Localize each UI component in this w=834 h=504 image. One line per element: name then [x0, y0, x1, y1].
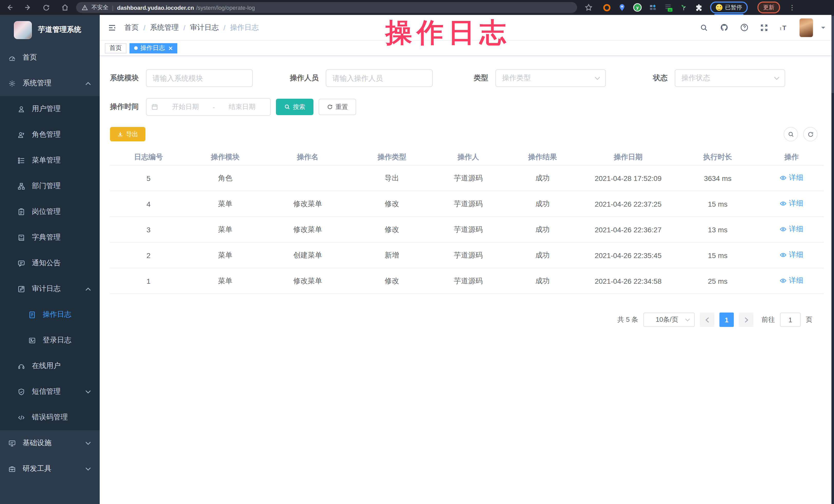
- tags-view-bar: 首页操作日志: [100, 41, 834, 56]
- page-content: 系统模块 操作人员 类型 操作类型: [100, 56, 834, 504]
- table-cell: 菜单: [187, 250, 263, 260]
- page-number-button[interactable]: 1: [719, 312, 734, 327]
- table-cell: 1: [110, 277, 187, 285]
- extension-sprout-icon[interactable]: [679, 3, 688, 12]
- eye-icon: [780, 174, 787, 181]
- prev-page-button[interactable]: [700, 312, 714, 327]
- bookmark-star-icon[interactable]: [584, 3, 593, 12]
- scrollbar-thumb[interactable]: [831, 16, 834, 93]
- role-icon: [17, 131, 25, 139]
- breadcrumb-separator: /: [144, 23, 146, 31]
- eye-icon: [780, 277, 787, 284]
- breadcrumb-item-2[interactable]: 审计日志: [190, 23, 219, 32]
- search-button-label: 搜索: [293, 103, 305, 111]
- browser-nav: [5, 3, 69, 12]
- detail-link[interactable]: 详细: [780, 276, 804, 285]
- shield-icon: [17, 388, 25, 396]
- tag-close-icon[interactable]: [169, 46, 173, 50]
- sidebar-item-4[interactable]: 菜单管理: [0, 148, 100, 173]
- sidebar-item-3[interactable]: 角色管理: [0, 122, 100, 148]
- sidebar-logo-row[interactable]: 芋道管理系统: [0, 15, 100, 45]
- sidebar-item-10[interactable]: 操作日志: [0, 302, 100, 327]
- detail-link-label: 详细: [789, 199, 804, 208]
- font-size-icon[interactable]: tT: [780, 23, 789, 32]
- avatar-caret-icon[interactable]: [821, 25, 826, 29]
- refresh-icon[interactable]: [42, 3, 50, 12]
- sidebar: 芋道管理系统 首页系统管理用户管理角色管理菜单管理部门管理岗位管理字典管理通知公…: [0, 15, 100, 504]
- breadcrumb-item-0[interactable]: 首页: [124, 23, 139, 32]
- sidebar-item-9[interactable]: 审计日志: [0, 276, 100, 302]
- forward-icon[interactable]: [24, 3, 32, 12]
- sidebar-item-5[interactable]: 部门管理: [0, 173, 100, 199]
- table-cell: 修改菜单: [263, 199, 352, 209]
- export-button[interactable]: 导出: [110, 127, 146, 141]
- tag-0[interactable]: 首页: [105, 43, 126, 53]
- table-cell: 芋道源码: [432, 250, 505, 260]
- paused-label: 已暂停: [725, 4, 742, 11]
- status-select[interactable]: 操作状态: [675, 69, 785, 87]
- sidebar-item-11[interactable]: 登录日志: [0, 327, 100, 353]
- sidebar-item-2[interactable]: 用户管理: [0, 96, 100, 122]
- module-input[interactable]: [146, 69, 253, 87]
- type-select[interactable]: 操作类型: [496, 69, 606, 87]
- extension-pin-icon[interactable]: [618, 3, 627, 12]
- detail-link-label: 详细: [789, 276, 804, 285]
- sidebar-item-14[interactable]: 错误码管理: [0, 404, 100, 430]
- browser-update-button[interactable]: 更新: [758, 2, 780, 13]
- post-icon: [17, 208, 25, 216]
- detail-link[interactable]: 详细: [780, 199, 804, 208]
- sidebar-item-label: 用户管理: [32, 104, 61, 114]
- extension-green-circle-icon[interactable]: y: [633, 3, 642, 12]
- table-header-cell-7: 执行时长: [676, 153, 760, 162]
- detail-link[interactable]: 详细: [780, 173, 804, 182]
- sidebar-item-15[interactable]: 基础设施: [0, 430, 100, 456]
- next-page-button[interactable]: [739, 312, 753, 327]
- sidebar-menu: 首页系统管理用户管理角色管理菜单管理部门管理岗位管理字典管理通知公告审计日志操作…: [0, 45, 100, 504]
- address-divider: |: [112, 4, 114, 10]
- user-avatar[interactable]: [799, 18, 813, 37]
- sidebar-item-13[interactable]: 短信管理: [0, 379, 100, 404]
- table-cell: 4: [110, 200, 187, 208]
- date-range-picker[interactable]: 开始日期 - 结束日期: [146, 98, 271, 116]
- hamburger-icon[interactable]: [108, 23, 116, 31]
- operator-input[interactable]: [326, 69, 433, 87]
- sidebar-item-7[interactable]: 字典管理: [0, 225, 100, 250]
- address-bar[interactable]: 不安全 | dashboard.yudao.iocoder.cn/system/…: [76, 2, 577, 13]
- sidebar-item-1[interactable]: 系统管理: [0, 70, 100, 96]
- page-size-select[interactable]: 10条/页: [643, 312, 695, 327]
- back-icon[interactable]: [5, 3, 13, 12]
- detail-link[interactable]: 详细: [780, 250, 804, 260]
- sidebar-item-8[interactable]: 通知公告: [0, 250, 100, 276]
- sidebar-item-0[interactable]: 首页: [0, 45, 100, 70]
- page-scrollbar[interactable]: [831, 15, 834, 504]
- extension-on-badge-icon[interactable]: on: [664, 3, 673, 12]
- refresh-table-icon-button[interactable]: [803, 127, 817, 141]
- search-button[interactable]: 搜索: [276, 99, 313, 115]
- help-icon[interactable]: [740, 23, 749, 32]
- fullscreen-icon[interactable]: [760, 23, 769, 32]
- reset-button[interactable]: 重置: [319, 99, 356, 115]
- operator-label: 操作人员: [290, 73, 319, 83]
- github-icon[interactable]: [719, 23, 729, 32]
- show-search-icon-button[interactable]: [784, 127, 798, 141]
- extensions-puzzle-icon[interactable]: [695, 3, 703, 12]
- extension-orange-ring-icon[interactable]: [602, 3, 611, 12]
- search-icon[interactable]: [699, 23, 709, 32]
- extension-blocks-icon[interactable]: [649, 3, 657, 12]
- sidebar-item-12[interactable]: 在线用户: [0, 353, 100, 379]
- goto-page-input[interactable]: [780, 312, 800, 327]
- table-cell: 2021-04-26 22:37:25: [580, 200, 676, 208]
- table-cell: 修改菜单: [263, 225, 352, 234]
- breadcrumb-item-1[interactable]: 系统管理: [150, 23, 179, 32]
- tag-1[interactable]: 操作日志: [130, 43, 177, 53]
- sidebar-item-6[interactable]: 岗位管理: [0, 199, 100, 225]
- table-cell: 2: [110, 251, 187, 259]
- pagination: 共 5 条 10条/页 1 前往: [110, 312, 812, 327]
- browser-menu-icon[interactable]: ⋮: [789, 4, 796, 11]
- online-icon: [17, 362, 25, 370]
- breadcrumb-separator: /: [223, 23, 225, 31]
- home-icon[interactable]: [61, 3, 69, 12]
- detail-link[interactable]: 详细: [780, 225, 804, 234]
- profile-paused-pill[interactable]: 已暂停: [710, 2, 748, 13]
- sidebar-item-16[interactable]: 研发工具: [0, 456, 100, 482]
